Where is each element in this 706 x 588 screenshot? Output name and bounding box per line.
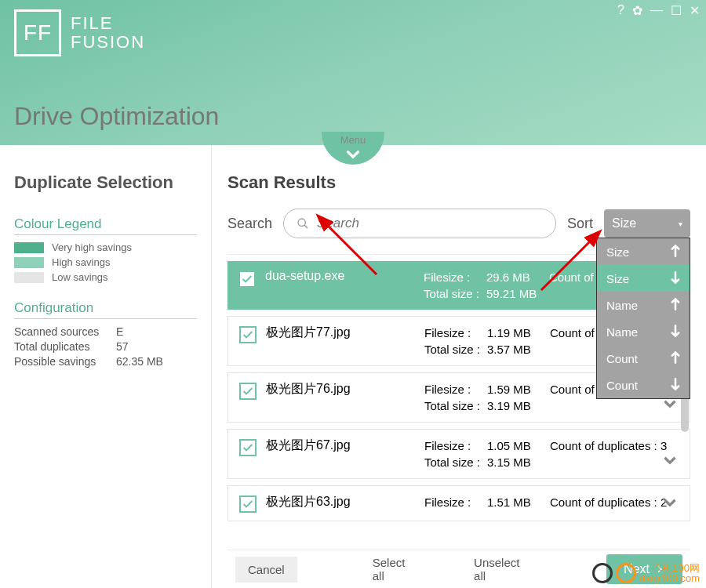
config-value: E: [116, 325, 123, 338]
row-checkbox[interactable]: [239, 439, 257, 456]
expand-button[interactable]: [660, 492, 680, 516]
sort-option[interactable]: Count: [597, 345, 690, 372]
close-icon[interactable]: ✕: [690, 3, 700, 18]
config-title: Configuration: [14, 300, 197, 319]
sort-option-label: Count: [606, 352, 638, 365]
legend-title: Colour Legend: [14, 216, 197, 235]
search-row: Search Sort Size ▾ SizeSizeNameNameCount…: [227, 209, 690, 238]
sort-option-label: Count: [606, 379, 638, 392]
file-name: 极光图片67.jpg: [266, 437, 415, 454]
sort-option-label: Size: [606, 272, 629, 285]
app-name-2: FUSION: [71, 33, 145, 52]
row-checkbox[interactable]: [239, 326, 257, 343]
legend-swatch: [14, 257, 44, 268]
logo-text: FILE FUSION: [71, 14, 145, 52]
row-checkbox[interactable]: [239, 383, 257, 400]
results-title: Scan Results: [227, 172, 690, 193]
file-stats: Filesize :1.05 MBCount of duplicates : 3…: [424, 437, 679, 470]
config-row: Total duplicates57: [14, 340, 197, 353]
search-label: Search: [227, 216, 272, 232]
file-name: dua-setup.exe: [265, 269, 414, 283]
sort-option-label: Name: [606, 325, 638, 339]
content: Scan Results Search Sort Size ▾ SizeSize…: [212, 145, 706, 588]
sort-option[interactable]: Size: [597, 265, 690, 292]
header: FF FILE FUSION ? ✿ — ☐ ✕ Drive Optimizat…: [0, 0, 706, 145]
row-checkbox[interactable]: [239, 495, 257, 513]
legend-label: High savings: [52, 256, 110, 268]
gear-icon[interactable]: ✿: [632, 3, 642, 18]
arrow-down-icon: [668, 323, 683, 341]
window-controls: ? ✿ — ☐ ✕: [617, 3, 700, 18]
legend-swatch: [14, 272, 44, 283]
sort-option[interactable]: Size: [597, 238, 690, 265]
sort-option-label: Size: [606, 245, 629, 259]
file-stats: Filesize :1.51 MBCount of duplicates : 2: [424, 494, 679, 510]
sort-button[interactable]: Size ▾ SizeSizeNameNameCountCount: [604, 209, 690, 238]
config-row: Possible savings62.35 MB: [14, 355, 197, 368]
legend-row: Very high savings: [14, 241, 197, 253]
config-key: Total duplicates: [14, 340, 116, 353]
app-name-1: FILE: [71, 14, 145, 33]
watermark-icon: [592, 563, 613, 583]
logo-box: FF: [14, 9, 61, 56]
search-box[interactable]: [283, 209, 556, 238]
sort-label: Sort: [567, 216, 593, 232]
sort-option[interactable]: Count: [597, 372, 690, 398]
config-key: Possible savings: [14, 355, 116, 368]
sidebar: Duplicate Selection Colour Legend Very h…: [0, 145, 212, 588]
logo: FF FILE FUSION: [0, 0, 706, 66]
minimize-icon[interactable]: —: [650, 3, 663, 18]
sort-option[interactable]: Name: [597, 318, 690, 345]
result-row[interactable]: 极光图片63.jpg Filesize :1.51 MBCount of dup…: [227, 485, 690, 521]
config-value: 62.35 MB: [116, 355, 163, 368]
watermark: 单机100网 danji100.com: [592, 563, 700, 583]
config-value: 57: [116, 340, 129, 353]
arrow-down-icon: [668, 270, 683, 288]
legend-label: Low savings: [52, 271, 108, 283]
watermark-icon: [616, 563, 636, 583]
sort-option-label: Name: [606, 299, 638, 312]
search-icon: [297, 217, 309, 230]
legend-swatch: [14, 242, 44, 253]
sort-selected: Size: [612, 216, 636, 230]
arrow-up-icon: [668, 243, 683, 261]
result-row[interactable]: 极光图片67.jpg Filesize :1.05 MBCount of dup…: [227, 429, 690, 479]
legend-row: Low savings: [14, 271, 197, 283]
arrow-up-icon: [668, 350, 683, 368]
file-name: 极光图片77.jpg: [266, 325, 415, 341]
legend-row: High savings: [14, 256, 197, 268]
file-name: 极光图片63.jpg: [266, 494, 415, 510]
select-all-button[interactable]: Select all: [360, 550, 430, 588]
page-title: Drive Optimization: [14, 102, 219, 131]
legend-label: Very high savings: [52, 241, 132, 253]
chevron-down-icon: [342, 144, 364, 165]
main: Duplicate Selection Colour Legend Very h…: [0, 145, 706, 588]
expand-button[interactable]: [660, 450, 680, 474]
dropdown-icon: ▾: [679, 220, 682, 228]
cancel-button[interactable]: Cancel: [235, 557, 297, 583]
help-icon[interactable]: ?: [617, 3, 624, 18]
file-name: 极光图片76.jpg: [266, 381, 415, 397]
watermark-text: 单机100网 danji100.com: [639, 563, 700, 583]
config-key: Scanned sources: [14, 325, 116, 338]
sort-dropdown: SizeSizeNameNameCountCount: [596, 238, 690, 399]
svg-point-0: [298, 219, 305, 226]
sidebar-title: Duplicate Selection: [14, 172, 197, 193]
svg-line-1: [304, 225, 308, 228]
maximize-icon[interactable]: ☐: [671, 3, 682, 18]
config-row: Scanned sourcesE: [14, 325, 197, 338]
arrow-down-icon: [668, 376, 683, 394]
arrow-up-icon: [668, 296, 683, 314]
sort-option[interactable]: Name: [597, 292, 690, 318]
search-input[interactable]: [317, 216, 543, 231]
row-checkbox[interactable]: [238, 270, 256, 288]
unselect-all-button[interactable]: Unselect all: [461, 550, 544, 588]
